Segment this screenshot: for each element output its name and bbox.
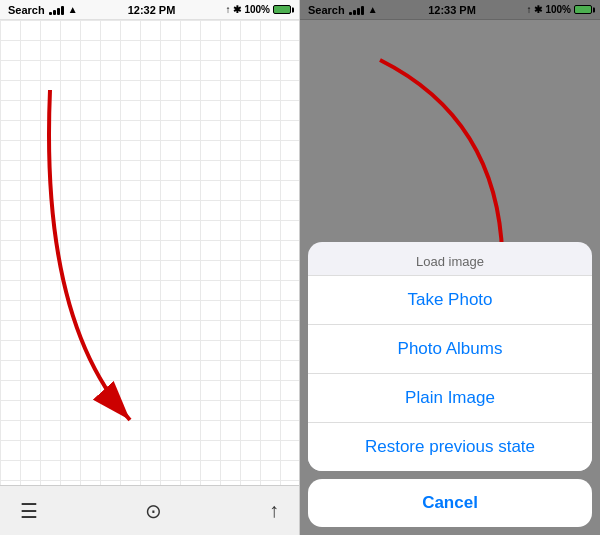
right-signal-bar-1	[349, 12, 352, 15]
left-arrow-icon: ↑	[225, 4, 230, 15]
left-battery-pct: 100%	[244, 4, 270, 15]
camera-icon[interactable]: ⊙	[145, 499, 162, 523]
right-status-bar: Search ▲ 12:33 PM ↑ ✱ 100%	[300, 0, 600, 20]
right-wifi-icon: ▲	[368, 4, 378, 15]
left-bt-icon: ✱	[233, 4, 241, 15]
signal-bar-4	[61, 6, 64, 15]
left-toolbar: ☰ ⊙ ↑	[0, 485, 299, 535]
photo-albums-item[interactable]: Photo Albums	[308, 325, 592, 374]
action-sheet-container: Load image Take Photo Photo Albums Plain…	[300, 234, 600, 535]
overlay-area: Load image Take Photo Photo Albums Plain…	[300, 20, 600, 535]
right-battery-icon	[574, 5, 592, 14]
action-sheet: Load image Take Photo Photo Albums Plain…	[308, 242, 592, 471]
signal-bars	[49, 5, 64, 15]
left-panel: Search ▲ 12:32 PM ↑ ✱ 100%	[0, 0, 300, 535]
menu-icon[interactable]: ☰	[20, 499, 38, 523]
right-time: 12:33 PM	[428, 4, 476, 16]
plain-image-item[interactable]: Plain Image	[308, 374, 592, 423]
take-photo-item[interactable]: Take Photo	[308, 276, 592, 325]
left-search-label: Search	[8, 4, 45, 16]
left-status-right: ↑ ✱ 100%	[225, 4, 291, 15]
grid-background	[0, 20, 299, 485]
right-signal-bar-2	[353, 10, 356, 15]
right-panel: Search ▲ 12:33 PM ↑ ✱ 100%	[300, 0, 600, 535]
cancel-button[interactable]: Cancel	[308, 479, 592, 527]
signal-bar-3	[57, 8, 60, 15]
wifi-icon: ▲	[68, 4, 78, 15]
right-arrow-icon: ↑	[526, 4, 531, 15]
right-search-label: Search	[308, 4, 345, 16]
right-signal-bar-3	[357, 8, 360, 15]
signal-bar-1	[49, 12, 52, 15]
action-sheet-title: Load image	[308, 242, 592, 276]
canvas-area	[0, 20, 299, 485]
right-status-right: ↑ ✱ 100%	[526, 4, 592, 15]
share-icon[interactable]: ↑	[269, 499, 279, 522]
restore-state-item[interactable]: Restore previous state	[308, 423, 592, 471]
right-bt-icon: ✱	[534, 4, 542, 15]
right-signal-bars	[349, 5, 364, 15]
left-status-left: Search ▲	[8, 4, 78, 16]
right-signal-bar-4	[361, 6, 364, 15]
left-status-bar: Search ▲ 12:32 PM ↑ ✱ 100%	[0, 0, 299, 20]
left-time: 12:32 PM	[128, 4, 176, 16]
right-status-left: Search ▲	[308, 4, 378, 16]
battery-icon	[273, 5, 291, 14]
signal-bar-2	[53, 10, 56, 15]
right-battery-pct: 100%	[545, 4, 571, 15]
